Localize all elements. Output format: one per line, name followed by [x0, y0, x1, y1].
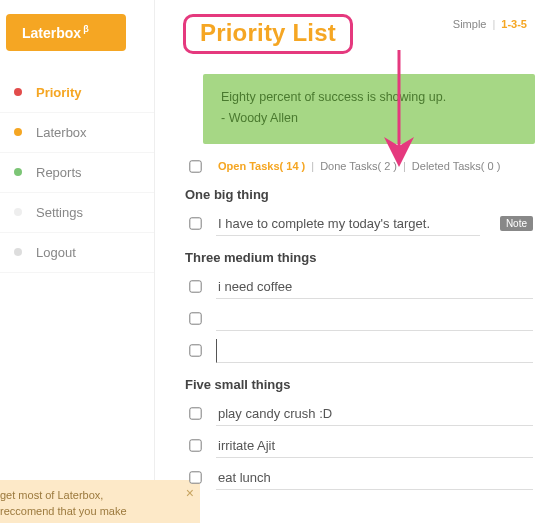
task-input[interactable] [216, 402, 533, 426]
task-input[interactable] [216, 275, 533, 299]
sidebar-item-settings[interactable]: Settings [0, 193, 154, 233]
note-button[interactable]: Note [500, 216, 533, 231]
section-medium: Three medium things [183, 250, 543, 363]
task-row [189, 466, 533, 490]
logo-name: Laterbox [22, 25, 81, 41]
quote-box: Eighty percent of success is showing up.… [203, 74, 535, 144]
task-input[interactable] [216, 434, 533, 458]
quote-text: Eighty percent of success is showing up. [221, 88, 517, 107]
logout-icon [14, 248, 22, 256]
nav-list: Priority Laterbox Reports Settings Logou… [0, 73, 154, 273]
task-input[interactable] [216, 466, 533, 490]
filter-deleted[interactable]: Deleted Tasks( 0 ) [412, 160, 500, 172]
reports-icon [14, 168, 22, 176]
section-heading: Five small things [185, 377, 533, 392]
view-mode-label[interactable]: Simple [453, 18, 487, 30]
select-all-checkbox[interactable] [189, 160, 201, 172]
sidebar: Laterboxβ Priority Laterbox Reports Sett… [0, 0, 155, 523]
task-row [189, 339, 533, 363]
task-checkbox[interactable] [189, 280, 201, 292]
section-small: Five small things [183, 377, 543, 490]
sidebar-item-label: Priority [36, 85, 82, 100]
section-heading: One big thing [185, 187, 533, 202]
view-mode-value[interactable]: 1-3-5 [501, 18, 527, 30]
sidebar-item-laterbox[interactable]: Laterbox [0, 113, 154, 153]
sidebar-item-priority[interactable]: Priority [0, 73, 154, 113]
main-content: Priority List Simple | 1-3-5 Eighty perc… [155, 0, 543, 523]
task-checkbox[interactable] [189, 439, 201, 451]
logo-button[interactable]: Laterboxβ [6, 14, 126, 51]
filter-open[interactable]: Open Tasks( 14 ) [218, 160, 305, 172]
separator: | [492, 18, 495, 30]
task-checkbox[interactable] [189, 344, 201, 356]
logo-badge: β [83, 24, 89, 34]
task-filters: Open Tasks( 14 ) | Done Tasks( 2 ) | Del… [187, 160, 543, 173]
section-big: One big thing Note [183, 187, 543, 236]
task-checkbox[interactable] [189, 407, 201, 419]
view-mode: Simple | 1-3-5 [453, 18, 543, 30]
task-row [189, 275, 533, 299]
task-checkbox[interactable] [189, 217, 201, 229]
section-heading: Three medium things [185, 250, 533, 265]
task-row [189, 307, 533, 331]
sidebar-item-label: Reports [36, 165, 82, 180]
tip-line2: reccomend that you make [0, 504, 176, 519]
sidebar-item-label: Settings [36, 205, 83, 220]
task-input[interactable] [216, 212, 480, 236]
task-row [189, 402, 533, 426]
task-row: Note [189, 212, 533, 236]
priority-icon [14, 88, 22, 96]
task-input[interactable] [216, 339, 533, 363]
sidebar-item-label: Laterbox [36, 125, 87, 140]
quote-author: - Woody Allen [221, 109, 517, 128]
filter-done[interactable]: Done Tasks( 2 ) [320, 160, 397, 172]
task-input[interactable] [216, 307, 533, 331]
sidebar-item-logout[interactable]: Logout [0, 233, 154, 273]
sidebar-item-reports[interactable]: Reports [0, 153, 154, 193]
sidebar-item-label: Logout [36, 245, 76, 260]
page-title-highlight: Priority List [183, 14, 353, 54]
task-row [189, 434, 533, 458]
page-title: Priority List [200, 19, 336, 47]
laterbox-icon [14, 128, 22, 136]
settings-icon [14, 208, 22, 216]
task-checkbox[interactable] [189, 471, 201, 483]
task-checkbox[interactable] [189, 312, 201, 324]
tip-line1: get most of Laterbox, [0, 488, 176, 503]
